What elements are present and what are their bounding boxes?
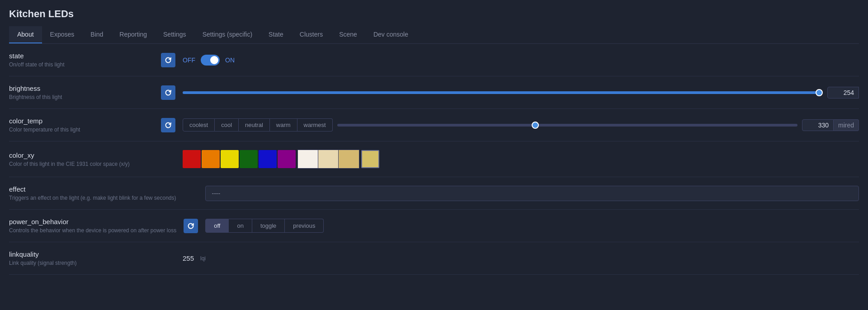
state-controls: OFF ON [183, 55, 859, 66]
temp-btn-warm[interactable]: warm [270, 118, 297, 132]
linkquality-value: 255 [183, 254, 194, 262]
brightness-label-group: brightness Brightness of this light [9, 85, 154, 100]
state-toggle-group: OFF ON [183, 55, 235, 66]
color-swatch-selected[interactable] [361, 150, 379, 168]
color-temp-name: color_temp [9, 117, 154, 125]
brightness-refresh-button[interactable] [161, 85, 175, 100]
state-on-label: ON [225, 56, 235, 64]
linkquality-row: linkquality Link quality (signal strengt… [9, 242, 859, 275]
color-swatch-red[interactable] [183, 150, 201, 168]
power-on-behavior-controls: off on toggle previous [205, 219, 859, 233]
brightness-controls: 254 [183, 87, 859, 99]
brightness-value-input[interactable]: 254 [827, 87, 859, 99]
effect-name: effect [9, 185, 176, 193]
tab-dev-console[interactable]: Dev console [365, 26, 416, 43]
color-swatch-purple[interactable] [278, 150, 296, 168]
color-temp-buttons: coolest cool neutral warm warmest [183, 118, 333, 132]
state-row: state On/off state of this light OFF ON [9, 44, 859, 76]
color-swatch-amber[interactable] [339, 150, 359, 168]
effect-desc: Triggers an effect on the light (e.g. ma… [9, 195, 176, 201]
color-xy-spacer [161, 152, 175, 166]
color-temp-slider-track[interactable] [337, 124, 797, 127]
color-temp-row: color_temp Color temperature of this lig… [9, 109, 859, 141]
brightness-row: brightness Brightness of this light 254 [9, 76, 859, 109]
temp-btn-cool[interactable]: cool [215, 118, 239, 132]
color-xy-name: color_xy [9, 151, 154, 159]
page-title: Kitchen LEDs [9, 8, 859, 20]
behavior-btn-toggle[interactable]: toggle [252, 219, 285, 233]
effect-row: effect Triggers an effect on the light (… [9, 177, 859, 210]
color-temp-unit: mired [834, 119, 859, 131]
behavior-btn-previous[interactable]: previous [285, 219, 324, 233]
tab-bind[interactable]: Bind [82, 26, 111, 43]
color-temp-desc: Color temperature of this light [9, 127, 154, 133]
color-xy-controls [183, 150, 859, 169]
color-swatches [183, 150, 379, 169]
temp-btn-coolest[interactable]: coolest [183, 118, 215, 132]
brightness-input-wrap: 254 [827, 87, 859, 99]
tab-scene[interactable]: Scene [331, 26, 365, 43]
tab-clusters[interactable]: Clusters [292, 26, 331, 43]
color-swatch-group-vivid [183, 150, 296, 168]
linkquality-spacer [161, 251, 175, 266]
brightness-slider-track[interactable] [183, 91, 823, 94]
state-name: state [9, 52, 154, 60]
power-on-behavior-refresh-button[interactable] [184, 219, 198, 233]
effect-label-group: effect Triggers an effect on the light (… [9, 185, 176, 201]
state-desc: On/off state of this light [9, 61, 154, 68]
tab-exposes[interactable]: Exposes [42, 26, 83, 43]
state-toggle-switch[interactable] [201, 55, 220, 66]
color-temp-slider-thumb[interactable] [532, 122, 539, 129]
power-on-behavior-name: power_on_behavior [9, 218, 176, 225]
effect-spacer [184, 186, 198, 201]
brightness-slider-fill [183, 91, 820, 94]
brightness-slider-wrap [183, 91, 823, 94]
linkquality-controls: 255 lqi [183, 254, 859, 262]
brightness-slider-thumb[interactable] [816, 89, 823, 96]
power-on-behavior-row: power_on_behavior Controls the behavior … [9, 210, 859, 242]
color-xy-desc: Color of this light in the CIE 1931 colo… [9, 161, 154, 167]
color-temp-input-wrap: 330 mired [802, 119, 859, 131]
effect-select[interactable]: ---- blink breathe okay channel_change f… [205, 186, 859, 201]
effect-controls: ---- blink breathe okay channel_change f… [205, 186, 859, 201]
color-temp-value-input[interactable]: 330 [802, 119, 834, 131]
header: Kitchen LEDs About Exposes Bind Reportin… [0, 0, 868, 44]
linkquality-name: linkquality [9, 250, 154, 258]
color-swatch-blue[interactable] [259, 150, 277, 168]
tab-about[interactable]: About [9, 26, 42, 43]
linkquality-unit: lqi [200, 255, 206, 262]
color-temp-controls: coolest cool neutral warm warmest 330 mi… [183, 118, 859, 132]
power-on-behavior-buttons: off on toggle previous [205, 219, 324, 233]
power-on-behavior-label-group: power_on_behavior Controls the behavior … [9, 218, 176, 234]
color-swatch-warm-white[interactable] [298, 150, 318, 168]
color-temp-slider-wrap [337, 124, 797, 127]
color-xy-label-group: color_xy Color of this light in the CIE … [9, 151, 154, 167]
linkquality-desc: Link quality (signal strength) [9, 260, 154, 266]
temp-btn-warmest[interactable]: warmest [297, 118, 333, 132]
color-swatch-yellow[interactable] [221, 150, 239, 168]
behavior-btn-off[interactable]: off [205, 219, 229, 233]
tab-bar: About Exposes Bind Reporting Settings Se… [9, 26, 859, 44]
brightness-desc: Brightness of this light [9, 94, 154, 100]
color-swatch-warm-yellow[interactable] [318, 150, 339, 168]
tab-state[interactable]: State [260, 26, 292, 43]
state-label-group: state On/off state of this light [9, 52, 154, 68]
state-toggle-thumb [210, 56, 218, 64]
color-temp-refresh-button[interactable] [161, 118, 175, 132]
power-on-behavior-desc: Controls the behavior when the device is… [9, 227, 176, 234]
tab-settings-specific[interactable]: Settings (specific) [194, 26, 260, 43]
state-off-label: OFF [183, 56, 195, 64]
color-temp-label-group: color_temp Color temperature of this lig… [9, 117, 154, 133]
color-swatch-group-warm [297, 150, 359, 169]
tab-reporting[interactable]: Reporting [111, 26, 155, 43]
behavior-btn-on[interactable]: on [229, 219, 252, 233]
state-toggle-track[interactable] [201, 55, 220, 66]
temp-btn-neutral[interactable]: neutral [239, 118, 270, 132]
tab-settings[interactable]: Settings [155, 26, 194, 43]
brightness-name: brightness [9, 85, 154, 92]
linkquality-label-group: linkquality Link quality (signal strengt… [9, 250, 154, 266]
color-swatch-orange[interactable] [202, 150, 220, 168]
state-refresh-button[interactable] [161, 53, 175, 67]
color-swatch-green[interactable] [240, 150, 258, 168]
color-xy-row: color_xy Color of this light in the CIE … [9, 141, 859, 177]
